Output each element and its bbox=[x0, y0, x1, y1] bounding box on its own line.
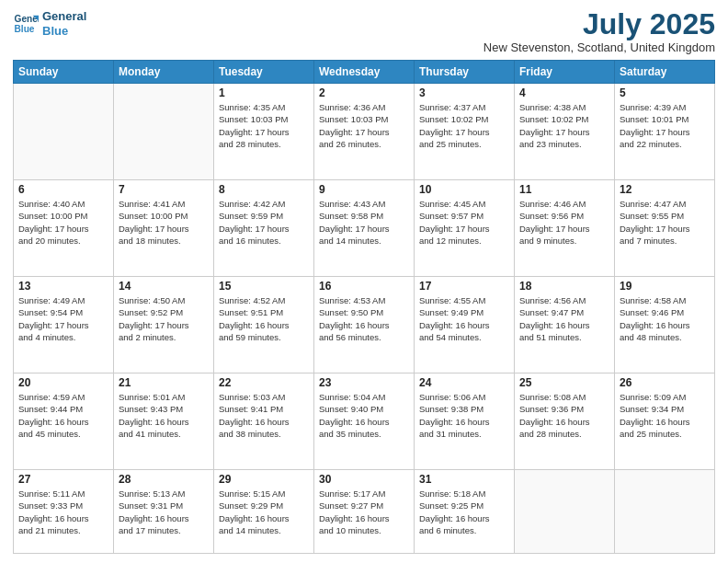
calendar-cell: 14Sunrise: 4:50 AM Sunset: 9:52 PM Dayli… bbox=[114, 277, 214, 373]
calendar-cell: 27Sunrise: 5:11 AM Sunset: 9:33 PM Dayli… bbox=[14, 470, 114, 554]
calendar-cell: 22Sunrise: 5:03 AM Sunset: 9:41 PM Dayli… bbox=[214, 373, 314, 470]
day-number: 21 bbox=[119, 376, 209, 389]
calendar-cell: 13Sunrise: 4:49 AM Sunset: 9:54 PM Dayli… bbox=[14, 277, 114, 373]
calendar-day-header: Tuesday bbox=[214, 61, 314, 84]
day-number: 31 bbox=[419, 473, 509, 486]
day-number: 24 bbox=[419, 376, 509, 389]
day-info: Sunrise: 5:18 AM Sunset: 9:25 PM Dayligh… bbox=[419, 488, 509, 536]
day-info: Sunrise: 5:03 AM Sunset: 9:41 PM Dayligh… bbox=[219, 391, 309, 440]
day-info: Sunrise: 4:43 AM Sunset: 9:58 PM Dayligh… bbox=[319, 198, 409, 247]
day-number: 19 bbox=[620, 280, 710, 293]
day-number: 30 bbox=[319, 473, 409, 486]
calendar-cell bbox=[615, 470, 715, 554]
calendar-cell: 3Sunrise: 4:37 AM Sunset: 10:02 PM Dayli… bbox=[415, 84, 515, 180]
day-number: 16 bbox=[319, 280, 409, 293]
day-info: Sunrise: 4:39 AM Sunset: 10:01 PM Daylig… bbox=[620, 101, 710, 150]
calendar-cell: 26Sunrise: 5:09 AM Sunset: 9:34 PM Dayli… bbox=[615, 373, 715, 470]
day-info: Sunrise: 5:11 AM Sunset: 9:33 PM Dayligh… bbox=[18, 488, 108, 536]
day-info: Sunrise: 4:45 AM Sunset: 9:57 PM Dayligh… bbox=[419, 198, 509, 247]
day-info: Sunrise: 5:09 AM Sunset: 9:34 PM Dayligh… bbox=[620, 391, 710, 440]
calendar-cell: 2Sunrise: 4:36 AM Sunset: 10:03 PM Dayli… bbox=[314, 84, 415, 180]
calendar-cell: 8Sunrise: 4:42 AM Sunset: 9:59 PM Daylig… bbox=[214, 180, 314, 277]
day-info: Sunrise: 4:37 AM Sunset: 10:02 PM Daylig… bbox=[419, 101, 509, 150]
day-number: 13 bbox=[18, 280, 108, 293]
calendar-day-header: Monday bbox=[114, 61, 214, 84]
calendar-cell: 6Sunrise: 4:40 AM Sunset: 10:00 PM Dayli… bbox=[14, 180, 114, 277]
day-number: 9 bbox=[319, 183, 409, 196]
day-info: Sunrise: 4:46 AM Sunset: 9:56 PM Dayligh… bbox=[519, 198, 609, 247]
calendar-cell bbox=[14, 84, 114, 180]
day-info: Sunrise: 5:13 AM Sunset: 9:31 PM Dayligh… bbox=[119, 488, 209, 536]
calendar-title: July 2025 bbox=[483, 9, 715, 39]
day-info: Sunrise: 4:47 AM Sunset: 9:55 PM Dayligh… bbox=[620, 198, 710, 247]
calendar-cell: 10Sunrise: 4:45 AM Sunset: 9:57 PM Dayli… bbox=[415, 180, 515, 277]
calendar-cell bbox=[515, 470, 615, 554]
calendar-table: SundayMondayTuesdayWednesdayThursdayFrid… bbox=[13, 60, 715, 554]
day-info: Sunrise: 4:42 AM Sunset: 9:59 PM Dayligh… bbox=[219, 198, 309, 247]
day-info: Sunrise: 4:38 AM Sunset: 10:02 PM Daylig… bbox=[519, 101, 609, 150]
svg-text:Blue: Blue bbox=[15, 23, 35, 33]
day-info: Sunrise: 4:49 AM Sunset: 9:54 PM Dayligh… bbox=[18, 294, 108, 343]
day-number: 26 bbox=[620, 376, 710, 389]
calendar-cell: 7Sunrise: 4:41 AM Sunset: 10:00 PM Dayli… bbox=[114, 180, 214, 277]
day-info: Sunrise: 4:53 AM Sunset: 9:50 PM Dayligh… bbox=[319, 294, 409, 343]
day-number: 11 bbox=[519, 183, 609, 196]
day-number: 2 bbox=[319, 86, 409, 99]
day-info: Sunrise: 4:58 AM Sunset: 9:46 PM Dayligh… bbox=[620, 294, 710, 343]
calendar-cell: 4Sunrise: 4:38 AM Sunset: 10:02 PM Dayli… bbox=[515, 84, 615, 180]
day-number: 14 bbox=[119, 280, 209, 293]
calendar-cell: 16Sunrise: 4:53 AM Sunset: 9:50 PM Dayli… bbox=[314, 277, 415, 373]
calendar-day-header: Friday bbox=[515, 61, 615, 84]
day-info: Sunrise: 4:36 AM Sunset: 10:03 PM Daylig… bbox=[319, 101, 409, 150]
calendar-cell: 15Sunrise: 4:52 AM Sunset: 9:51 PM Dayli… bbox=[214, 277, 314, 373]
calendar-cell: 1Sunrise: 4:35 AM Sunset: 10:03 PM Dayli… bbox=[214, 84, 314, 180]
day-number: 4 bbox=[519, 86, 609, 99]
calendar-cell: 29Sunrise: 5:15 AM Sunset: 9:29 PM Dayli… bbox=[214, 470, 314, 554]
day-info: Sunrise: 5:15 AM Sunset: 9:29 PM Dayligh… bbox=[219, 488, 309, 536]
day-number: 12 bbox=[620, 183, 710, 196]
day-number: 27 bbox=[18, 473, 108, 486]
calendar-cell: 24Sunrise: 5:06 AM Sunset: 9:38 PM Dayli… bbox=[415, 373, 515, 470]
day-info: Sunrise: 4:41 AM Sunset: 10:00 PM Daylig… bbox=[119, 198, 209, 247]
calendar-cell: 23Sunrise: 5:04 AM Sunset: 9:40 PM Dayli… bbox=[314, 373, 415, 470]
calendar-cell: 12Sunrise: 4:47 AM Sunset: 9:55 PM Dayli… bbox=[615, 180, 715, 277]
calendar-header-row: SundayMondayTuesdayWednesdayThursdayFrid… bbox=[14, 61, 715, 84]
logo-text-line1: General bbox=[42, 9, 86, 24]
calendar-cell: 5Sunrise: 4:39 AM Sunset: 10:01 PM Dayli… bbox=[615, 84, 715, 180]
day-number: 28 bbox=[119, 473, 209, 486]
calendar-day-header: Wednesday bbox=[314, 61, 415, 84]
day-info: Sunrise: 4:55 AM Sunset: 9:49 PM Dayligh… bbox=[419, 294, 509, 343]
day-number: 6 bbox=[18, 183, 108, 196]
calendar-cell: 28Sunrise: 5:13 AM Sunset: 9:31 PM Dayli… bbox=[114, 470, 214, 554]
calendar-day-header: Thursday bbox=[415, 61, 515, 84]
day-number: 8 bbox=[219, 183, 309, 196]
day-number: 7 bbox=[119, 183, 209, 196]
day-info: Sunrise: 5:17 AM Sunset: 9:27 PM Dayligh… bbox=[319, 488, 409, 536]
day-info: Sunrise: 5:01 AM Sunset: 9:43 PM Dayligh… bbox=[119, 391, 209, 440]
calendar-cell: 30Sunrise: 5:17 AM Sunset: 9:27 PM Dayli… bbox=[314, 470, 415, 554]
calendar-day-header: Sunday bbox=[14, 61, 114, 84]
calendar-day-header: Saturday bbox=[615, 61, 715, 84]
day-number: 17 bbox=[419, 280, 509, 293]
day-info: Sunrise: 4:50 AM Sunset: 9:52 PM Dayligh… bbox=[119, 294, 209, 343]
calendar-cell: 17Sunrise: 4:55 AM Sunset: 9:49 PM Dayli… bbox=[415, 277, 515, 373]
day-number: 5 bbox=[620, 86, 710, 99]
day-info: Sunrise: 4:59 AM Sunset: 9:44 PM Dayligh… bbox=[18, 391, 108, 440]
day-number: 3 bbox=[419, 86, 509, 99]
day-info: Sunrise: 5:06 AM Sunset: 9:38 PM Dayligh… bbox=[419, 391, 509, 440]
day-info: Sunrise: 4:35 AM Sunset: 10:03 PM Daylig… bbox=[219, 101, 309, 150]
calendar-cell: 19Sunrise: 4:58 AM Sunset: 9:46 PM Dayli… bbox=[615, 277, 715, 373]
day-number: 1 bbox=[219, 86, 309, 99]
logo-icon: General Blue bbox=[13, 11, 39, 37]
calendar-cell: 25Sunrise: 5:08 AM Sunset: 9:36 PM Dayli… bbox=[515, 373, 615, 470]
logo: General Blue General Blue bbox=[13, 9, 86, 38]
day-number: 29 bbox=[219, 473, 309, 486]
calendar-location: New Stevenston, Scotland, United Kingdom bbox=[483, 40, 715, 54]
day-number: 23 bbox=[319, 376, 409, 389]
day-number: 25 bbox=[519, 376, 609, 389]
calendar-cell: 31Sunrise: 5:18 AM Sunset: 9:25 PM Dayli… bbox=[415, 470, 515, 554]
title-block: July 2025 New Stevenston, Scotland, Unit… bbox=[483, 9, 715, 54]
day-number: 10 bbox=[419, 183, 509, 196]
page: General Blue General Blue July 2025 New … bbox=[0, 0, 728, 563]
calendar-cell: 18Sunrise: 4:56 AM Sunset: 9:47 PM Dayli… bbox=[515, 277, 615, 373]
